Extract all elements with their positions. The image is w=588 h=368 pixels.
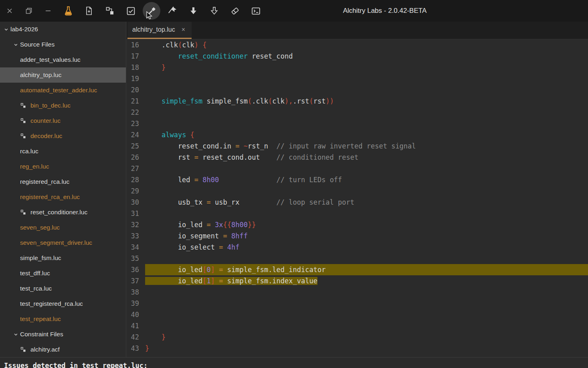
line-number: 24 <box>127 129 139 140</box>
line-number: 26 <box>127 152 139 163</box>
download-solid-icon <box>188 6 198 16</box>
terminal-button[interactable] <box>249 4 263 18</box>
editor[interactable]: 16 .clk(clk) {17 reset_conditioner reset… <box>127 39 588 357</box>
code-line[interactable]: 30 usb_tx = usb_rx // loop serial port <box>127 197 588 208</box>
line-content: } <box>145 331 588 343</box>
tree-item-file[interactable]: alchitry_top.luc <box>0 67 126 83</box>
code-line[interactable]: 18 } <box>127 62 588 73</box>
tab-close-icon[interactable]: × <box>182 26 185 33</box>
tree-item-file[interactable]: registered_rca.luc <box>0 174 126 189</box>
tree-item-label: alchitry_top.luc <box>20 71 61 79</box>
code-line[interactable]: 24 always { <box>127 129 588 140</box>
line-content: io_select = 4hf <box>145 242 588 253</box>
code-line[interactable]: 34 io_select = 4hf <box>127 242 588 253</box>
line-number: 39 <box>127 298 139 309</box>
tree-item-file[interactable]: test_dff.luc <box>0 266 126 281</box>
restore-icon <box>24 6 33 15</box>
chevron-down-icon <box>12 331 19 338</box>
tab-alchitry-top[interactable]: alchitry_top.luc × <box>127 22 192 39</box>
restore-window-button[interactable] <box>22 4 36 18</box>
tree-item-file[interactable]: bin_to_dec.luc <box>0 98 126 113</box>
close-icon <box>5 6 14 15</box>
code-line[interactable]: 20 <box>127 84 588 96</box>
tree-item-file[interactable]: reg_en.luc <box>0 159 126 174</box>
tree-item-file[interactable]: seven_segment_driver.luc <box>0 235 126 250</box>
chevron-down-icon <box>3 26 9 33</box>
tree-item-file[interactable]: simple_fsm.luc <box>0 250 126 266</box>
tree-item-file[interactable]: decoder.luc <box>0 128 126 144</box>
tree-item-project[interactable]: lab4-2026 <box>0 22 126 37</box>
line-number: 36 <box>127 264 139 275</box>
code-line[interactable]: 25 reset_cond.in = ~rst_n // input raw i… <box>127 140 588 152</box>
code-line[interactable]: 29 <box>127 185 588 197</box>
code-line[interactable]: 35 <box>127 253 588 264</box>
line-number: 17 <box>127 51 139 62</box>
tree-item-folder[interactable]: Source Files <box>0 37 126 52</box>
line-number: 16 <box>127 39 139 51</box>
line-content: led = 8h00 // turn LEDs off <box>145 174 588 185</box>
add-component-button[interactable] <box>103 4 117 18</box>
download-outline-icon <box>209 6 219 16</box>
code-line[interactable]: 26 rst = reset_cond.out // conditioned r… <box>127 152 588 163</box>
code-line[interactable]: 39 <box>127 298 588 309</box>
code-line[interactable]: 36 io_led[0] = simple_fsm.led_indicator <box>127 264 588 275</box>
tree-item-file[interactable]: test_registered_rca.luc <box>0 296 126 311</box>
line-number: 29 <box>127 185 139 197</box>
close-window-button[interactable] <box>2 4 17 18</box>
code-line[interactable]: 28 led = 8h00 // turn LEDs off <box>127 174 588 185</box>
code-line[interactable]: 23 <box>127 118 588 129</box>
tree-item-file[interactable]: test_repeat.luc <box>0 311 126 327</box>
line-content: .clk(clk) { <box>145 39 588 51</box>
line-content <box>145 253 588 264</box>
program-ram-button[interactable] <box>207 4 221 18</box>
program-flash-button[interactable] <box>186 4 200 18</box>
code-line[interactable]: 41 <box>127 320 588 331</box>
new-file-button[interactable] <box>82 4 96 18</box>
line-number: 18 <box>127 62 139 73</box>
line-content: reset_cond.in = ~rst_n // input raw inve… <box>145 140 588 152</box>
code-line[interactable]: 19 <box>127 73 588 84</box>
code-line[interactable]: 32 io_led = 3x{{8h00}} <box>127 219 588 230</box>
code-line[interactable]: 21 simple_fsm simple_fsm(.clk(clk),.rst(… <box>127 96 588 107</box>
new-file-icon <box>84 6 94 16</box>
tree-item-file[interactable]: adder_test_values.luc <box>0 52 126 67</box>
build-hammer-icon <box>147 6 157 16</box>
tree-item-label: seven_segment_driver.luc <box>20 239 92 246</box>
line-content: } <box>145 62 588 73</box>
minimize-window-button[interactable] <box>41 4 55 18</box>
code-line[interactable]: 31 <box>127 208 588 219</box>
code-line[interactable]: 38 <box>127 287 588 298</box>
code-line[interactable]: 22 <box>127 107 588 118</box>
component-icon <box>20 118 26 124</box>
code-line[interactable]: 42 } <box>127 331 588 343</box>
tree-item-file[interactable]: automated_tester_adder.luc <box>0 83 126 98</box>
code-line[interactable]: 17 reset_conditioner reset_cond <box>127 51 588 62</box>
tree-item-file[interactable]: rca.luc <box>0 144 126 159</box>
tab-label: alchitry_top.luc <box>132 26 175 33</box>
code-line[interactable]: 33 io_segment = 8hff <box>127 230 588 242</box>
tree-item-file[interactable]: seven_seg.luc <box>0 220 126 235</box>
code-line[interactable]: 16 .clk(clk) { <box>127 39 588 51</box>
tree-item-file[interactable]: alchitry.acf <box>0 342 126 357</box>
chevron-down-icon <box>12 41 19 48</box>
code-line[interactable]: 27 <box>127 163 588 174</box>
check-button[interactable] <box>123 4 138 18</box>
code-line[interactable]: 40 <box>127 309 588 320</box>
tree-item-file[interactable]: reset_conditioner.luc <box>0 205 126 220</box>
build-button[interactable] <box>144 4 159 18</box>
code-line[interactable]: 43} <box>127 343 588 354</box>
program-flag-button[interactable] <box>165 4 180 18</box>
terminal-icon <box>251 6 261 16</box>
line-number: 25 <box>127 140 139 152</box>
tree-item-file[interactable]: counter.luc <box>0 113 126 128</box>
tree-item-label: decoder.luc <box>30 132 62 140</box>
tree-item-file[interactable]: test_rca.luc <box>0 281 126 296</box>
flask-button[interactable] <box>61 4 75 18</box>
line-number: 34 <box>127 242 139 253</box>
line-content: io_segment = 8hff <box>145 230 588 242</box>
tree-item-folder[interactable]: Constraint Files <box>0 327 126 342</box>
tree-item-file[interactable]: registered_rca_en.luc <box>0 189 126 205</box>
erase-button[interactable] <box>228 4 242 18</box>
tree-item-label: adder_test_values.luc <box>20 56 81 63</box>
code-line[interactable]: 37 io_led[1] = simple_fsm.index_value <box>127 275 588 287</box>
